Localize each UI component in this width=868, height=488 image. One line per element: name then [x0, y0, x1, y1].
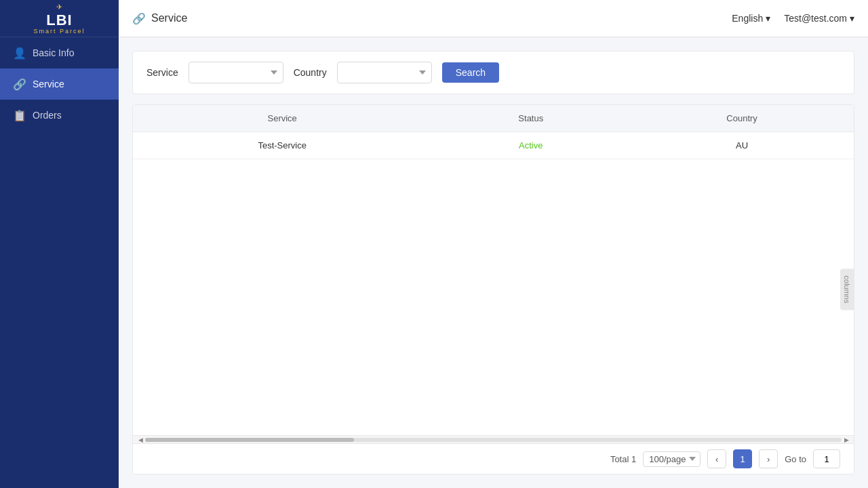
goto-label: Go to: [785, 454, 806, 464]
pagination-bar: Total 1 100/page ‹ 1 › Go to: [133, 443, 854, 474]
search-button[interactable]: Search: [442, 62, 499, 83]
topbar-right: English ▾ Test@test.com ▾: [732, 13, 854, 24]
sidebar-item-label: Service: [33, 79, 64, 89]
cell-service: Test-Service: [133, 132, 431, 159]
user-chevron-icon: ▾: [850, 13, 854, 24]
scroll-track: [145, 438, 842, 442]
topbar: 🔗 Service English ▾ Test@test.com ▾: [119, 0, 868, 37]
columns-handle[interactable]: columns: [840, 269, 854, 310]
filter-bar: Service Country Search: [132, 51, 854, 94]
orders-icon: 📋: [14, 109, 26, 121]
col-country: Country: [630, 105, 854, 132]
scroll-thumb: [145, 438, 354, 442]
user-dropdown[interactable]: Test@test.com ▾: [784, 13, 854, 24]
table-body: Test-ServiceActiveAU: [133, 132, 854, 159]
logo-text: LBI: [46, 13, 72, 28]
table-container: Service Status Country Test-ServiceActiv…: [132, 104, 854, 474]
sidebar-logo: ✈ LBI Smart Parcel: [0, 0, 119, 37]
table-header: Service Status Country: [133, 105, 854, 132]
total-count: Total 1: [610, 454, 636, 464]
page-title-icon: 🔗: [132, 12, 146, 25]
prev-page-button[interactable]: ‹: [707, 449, 726, 468]
col-service: Service: [133, 105, 431, 132]
col-status: Status: [431, 105, 630, 132]
service-filter-select[interactable]: [189, 62, 283, 83]
sidebar-item-label: Basic Info: [33, 47, 74, 58]
scroll-left-arrow[interactable]: ◀: [136, 436, 145, 444]
user-email-label: Test@test.com: [784, 13, 847, 24]
scroll-right-arrow[interactable]: ▶: [842, 436, 851, 444]
service-icon: 🔗: [14, 78, 26, 90]
goto-input[interactable]: [813, 449, 840, 468]
page-title-area: 🔗 Service: [132, 12, 732, 25]
page-title: Service: [151, 12, 187, 24]
cell-status: Active: [431, 132, 630, 159]
table-scroll[interactable]: Service Status Country Test-ServiceActiv…: [133, 105, 854, 435]
main-content: 🔗 Service English ▾ Test@test.com ▾ Serv…: [119, 0, 868, 488]
sidebar-item-basic-info[interactable]: 👤 Basic Info: [0, 37, 119, 68]
next-page-button[interactable]: ›: [759, 449, 778, 468]
cell-country: AU: [630, 132, 854, 159]
table-row[interactable]: Test-ServiceActiveAU: [133, 132, 854, 159]
logo-icon: ✈: [56, 3, 62, 12]
language-label: English: [732, 13, 763, 24]
current-page-button[interactable]: 1: [733, 449, 752, 468]
country-filter-label: Country: [294, 67, 327, 78]
sidebar-item-orders[interactable]: 📋 Orders: [0, 100, 119, 131]
language-dropdown[interactable]: English ▾: [732, 13, 770, 24]
horizontal-scrollbar[interactable]: ◀ ▶: [133, 435, 854, 443]
page-size-select[interactable]: 100/page: [643, 451, 701, 467]
language-chevron-icon: ▾: [766, 13, 770, 24]
data-table: Service Status Country Test-ServiceActiv…: [133, 105, 854, 159]
service-filter-label: Service: [146, 67, 178, 78]
sidebar: ✈ LBI Smart Parcel 👤 Basic Info 🔗 Servic…: [0, 0, 119, 488]
basic-info-icon: 👤: [14, 47, 26, 59]
logo-subtitle: Smart Parcel: [33, 28, 85, 35]
table-header-row: Service Status Country: [133, 105, 854, 132]
sidebar-item-label: Orders: [33, 110, 62, 121]
country-filter-select[interactable]: [337, 62, 432, 83]
sidebar-item-service[interactable]: 🔗 Service: [0, 68, 119, 100]
content-area: Service Country Search Service Status Co…: [119, 37, 868, 488]
